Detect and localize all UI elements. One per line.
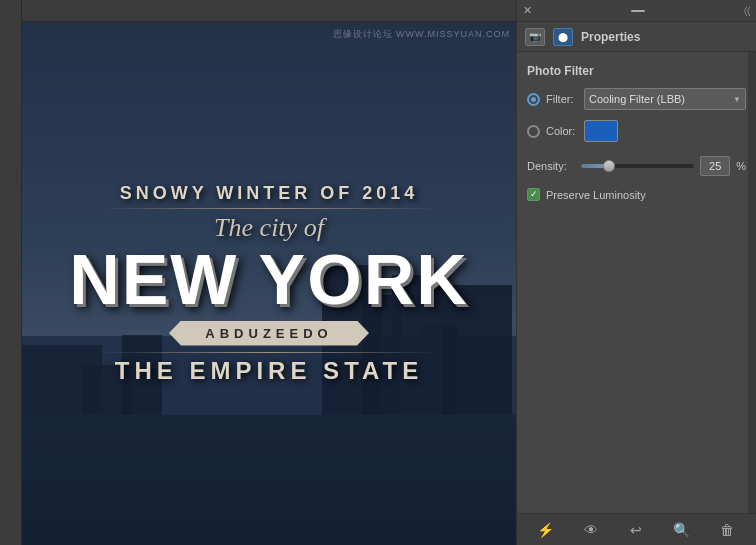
filter-dropdown-arrow: ▼ — [733, 95, 741, 104]
art-text-layer: SNOWY WINTER OF 2014 The city of NEW YOR… — [59, 183, 479, 385]
filter-dropdown[interactable]: Cooling Filter (LBB) ▼ — [584, 88, 746, 110]
tagline-text: THE EMPIRE STATE — [59, 357, 479, 385]
panel-photo-icon: ⬤ — [553, 28, 573, 46]
divider-top — [99, 208, 439, 209]
title-text: NEW YORK — [59, 245, 479, 315]
banner-text: ABDUZEEDO — [169, 321, 369, 346]
left-toolbar — [0, 0, 22, 545]
checkbox-checkmark: ✓ — [530, 190, 538, 199]
color-radio-label: Color: — [546, 125, 578, 137]
bottom-btn-visibility[interactable]: 👁 — [580, 519, 602, 541]
filter-radio-button[interactable] — [527, 93, 540, 106]
panel-menu-button[interactable] — [631, 10, 645, 12]
preserve-row: ✓ Preserve Luminosity — [527, 188, 746, 201]
bottom-btn-delete[interactable]: 🗑 — [716, 519, 738, 541]
panel-expand-button[interactable]: 〈〈 — [744, 5, 750, 17]
panel-body: Photo Filter Filter: Cooling Filter (LBB… — [517, 52, 756, 213]
divider-line-top — [99, 208, 439, 209]
panel-title-text: Properties — [581, 30, 640, 44]
color-radio-button[interactable] — [527, 125, 540, 138]
filter-dropdown-value: Cooling Filter (LBB) — [589, 93, 685, 105]
preserve-checkbox[interactable]: ✓ — [527, 188, 540, 201]
canvas-area: SNOWY WINTER OF 2014 The city of NEW YOR… — [22, 22, 516, 545]
panel-close-button[interactable]: ✕ — [523, 4, 532, 17]
filter-row: Filter: Cooling Filter (LBB) ▼ — [527, 88, 746, 110]
divider-bottom — [99, 352, 439, 353]
divider-line-bottom — [99, 352, 439, 353]
panel-scrollbar[interactable] — [748, 52, 756, 513]
color-swatch[interactable] — [584, 120, 618, 142]
panel-camera-icon: 📷 — [525, 28, 545, 46]
headline-text: SNOWY WINTER OF 2014 — [59, 183, 479, 204]
watermark-text: 思缘设计论坛 WWW.MISSYUAN.COM — [333, 28, 511, 41]
density-unit: % — [736, 160, 746, 172]
density-label: Density: — [527, 160, 575, 172]
properties-panel: ✕ 〈〈 📷 ⬤ Properties Photo Filter Filter:… — [516, 0, 756, 545]
filter-radio-label: Filter: — [546, 93, 578, 105]
top-menubar — [22, 0, 516, 22]
panel-bottom-toolbar: ⚡ 👁 ↩ 🔍 🗑 — [517, 513, 756, 545]
density-slider-thumb[interactable] — [603, 160, 615, 172]
panel-title-row: 📷 ⬤ Properties — [517, 22, 756, 52]
preserve-label: Preserve Luminosity — [546, 189, 646, 201]
filter-radio-dot — [531, 97, 536, 102]
color-row: Color: — [527, 120, 746, 142]
bottom-btn-reset[interactable]: ↩ — [625, 519, 647, 541]
subtitle-text: The city of — [59, 213, 479, 243]
banner-container: ABDUZEEDO — [169, 321, 369, 346]
density-slider-container[interactable] — [581, 159, 694, 173]
menu-line-1 — [631, 10, 645, 12]
panel-top-bar: ✕ 〈〈 — [517, 0, 756, 22]
density-slider-track — [581, 164, 694, 168]
photo-filter-label: Photo Filter — [527, 64, 746, 78]
bottom-btn-mask[interactable]: 🔍 — [671, 519, 693, 541]
density-row: Density: 25 % — [527, 156, 746, 176]
bottom-btn-create[interactable]: ⚡ — [535, 519, 557, 541]
density-value-input[interactable]: 25 — [700, 156, 730, 176]
